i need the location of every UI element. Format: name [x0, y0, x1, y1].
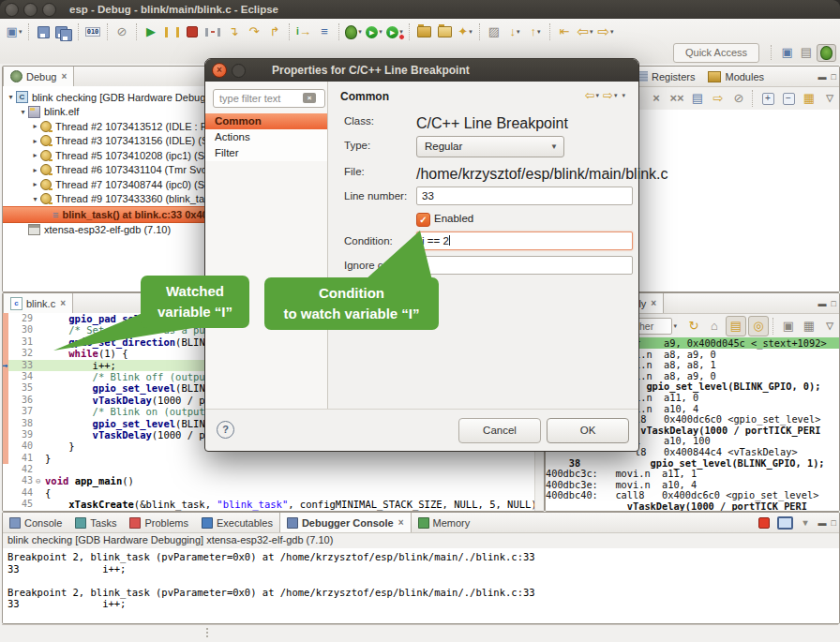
dialog-minimize-button[interactable] [232, 64, 246, 78]
tab-memory[interactable]: Memory [412, 513, 477, 532]
tab-problems[interactable]: Problems [123, 513, 194, 532]
open-resource-icon[interactable] [434, 22, 455, 42]
debug-tree-item[interactable]: xtensa-esp32-elf-gdb (7.10) [3, 223, 205, 238]
dialog-nav-actions[interactable]: Actions [205, 129, 327, 145]
new-view-icon[interactable]: ▣ [779, 317, 798, 336]
tab-console[interactable]: Console [3, 513, 68, 532]
back-arrow-icon[interactable]: ⇦ [585, 88, 595, 102]
debug-tree-item[interactable]: ▸Thread #3 1073413156 (IDLE) (Suspended [3, 134, 205, 149]
close-icon[interactable]: × [398, 517, 404, 528]
ignore-count-input[interactable]: 0 [416, 256, 633, 275]
display-selected-console-icon[interactable] [775, 514, 794, 532]
dialog-nav-filter[interactable]: Filter [205, 145, 327, 161]
minimize-icon[interactable]: ▬ [818, 518, 827, 528]
dialog-close-button[interactable]: × [212, 63, 227, 78]
suspend-icon[interactable] [161, 22, 182, 42]
step-into-icon[interactable]: ↴ [223, 22, 244, 42]
previous-annotation-icon[interactable]: ↑▾ [525, 22, 546, 42]
forward-icon[interactable]: ⇨▾ [595, 22, 616, 42]
link-with-debug-icon[interactable]: ▦ [800, 89, 818, 108]
expander-expanded-icon[interactable]: ▾ [31, 195, 39, 203]
remove-icon[interactable]: × [647, 89, 666, 108]
back-icon[interactable]: ⇦▾ [575, 22, 595, 42]
code-line[interactable]: 44{ [3, 487, 544, 499]
debug-tree-item[interactable]: ▸Thread #7 1073408744 (ipc0) (Suspended [3, 177, 205, 192]
home-icon[interactable]: ⌂ [705, 317, 724, 336]
expander-collapsed-icon[interactable]: ▸ [31, 166, 39, 174]
tab-blink-c[interactable]: c blink.c × [3, 293, 73, 313]
tab-modules[interactable]: Modules [701, 67, 771, 86]
debug-perspective-button[interactable] [817, 44, 836, 62]
view-menu-icon[interactable]: ▾ [622, 92, 625, 99]
close-icon[interactable]: × [61, 71, 67, 82]
resume-icon[interactable]: ▶ [141, 22, 161, 42]
expander-expanded-icon[interactable]: ▾ [7, 93, 15, 101]
minimize-icon[interactable]: ▬ [818, 299, 827, 308]
close-icon[interactable]: × [60, 298, 66, 308]
search-icon[interactable]: ✦▾ [455, 22, 475, 42]
mark-occurrences-icon[interactable]: ▨ [484, 22, 504, 42]
console-menu-icon[interactable]: ▾ [796, 514, 815, 532]
code-line[interactable]: 42 [3, 464, 544, 475]
debug-icon[interactable]: ▾ [343, 22, 364, 42]
tab-tasks[interactable]: Tasks [68, 513, 123, 532]
maximize-icon[interactable]: □ [832, 518, 836, 528]
quick-access-button[interactable]: Quick Access [673, 43, 759, 63]
condition-input[interactable]: i == 2 [416, 231, 633, 250]
line-number-input[interactable]: 33 [416, 187, 633, 205]
ok-button[interactable]: OK [547, 418, 629, 443]
pin-view-icon[interactable]: ▦ [800, 317, 818, 336]
cpp-perspective-button[interactable]: ▤ [798, 45, 815, 60]
refresh-icon[interactable]: ↻ [684, 317, 703, 336]
tab-debug[interactable]: Debug × [3, 67, 74, 86]
view-menu-icon[interactable]: ▽ [820, 317, 839, 336]
code-line[interactable]: 43⊖void app_main() [3, 475, 544, 486]
expander-expanded-icon[interactable]: ▾ [19, 108, 27, 116]
minimize-icon[interactable]: ▬ [818, 72, 827, 82]
expander-collapsed-icon[interactable]: ▸ [31, 137, 39, 145]
console-output[interactable]: Breakpoint 2, blink_task (pvParameter=0x… [3, 548, 839, 623]
debug-tree-item[interactable]: ≡blink_task() at blink.c:33 0x400dbc [3, 206, 205, 223]
collapse-all-icon[interactable]: − [779, 89, 798, 108]
expander-collapsed-icon[interactable]: ▸ [31, 122, 39, 130]
track-expression-icon[interactable]: ◎ [748, 316, 769, 336]
next-annotation-icon[interactable]: ↓▾ [504, 22, 525, 42]
window-maximize-button[interactable] [42, 3, 56, 17]
open-perspective-button[interactable]: ▣ [778, 45, 795, 60]
code-line[interactable]: 41} [3, 453, 544, 464]
chevron-down-icon[interactable]: ▾ [614, 92, 618, 99]
chevron-down-icon[interactable]: ▾ [673, 322, 677, 330]
sash-grip[interactable] [206, 628, 210, 637]
debug-tree-item[interactable]: ▾Cblink checking [GDB Hardware Debugging… [3, 90, 205, 105]
instruction-stepping-icon[interactable]: i→ [293, 22, 314, 42]
view-menu-icon[interactable]: ▽ [820, 89, 839, 108]
show-source-icon[interactable]: ▤ [726, 316, 746, 336]
breakpoint-current-line-icon[interactable]: → [3, 360, 8, 370]
terminate-icon[interactable] [182, 22, 202, 42]
step-over-icon[interactable]: ↷ [244, 22, 264, 42]
dialog-nav-common[interactable]: Common [205, 113, 327, 129]
debug-tree-item[interactable]: ▸Thread #2 1073413512 (IDLE : Running) [3, 119, 205, 134]
disconnect-icon[interactable] [202, 22, 223, 42]
step-return-icon[interactable]: ↱ [264, 22, 285, 42]
remove-all-icon[interactable]: ×× [668, 89, 686, 108]
build-binary-icon[interactable]: 010 [82, 22, 103, 42]
window-minimize-button[interactable] [23, 3, 38, 17]
goto-file-icon[interactable]: ⇨ [709, 89, 728, 108]
fold-marker-icon[interactable]: ⊖ [36, 475, 45, 486]
save-icon[interactable] [33, 22, 53, 42]
debug-tree-item[interactable]: ▾blink.elf [3, 105, 205, 120]
show-bp-for-target-icon[interactable]: ▤ [688, 89, 707, 108]
expander-collapsed-icon[interactable]: ▸ [31, 180, 39, 188]
maximize-icon[interactable]: □ [832, 72, 836, 82]
forward-arrow-icon[interactable]: ⇨ [603, 88, 613, 102]
tab-executables[interactable]: Executables [195, 513, 279, 532]
type-dropdown[interactable]: Regular ▼ [416, 136, 564, 157]
terminate-console-icon[interactable] [755, 514, 773, 532]
use-step-filters-icon[interactable]: ≡ [314, 22, 335, 42]
save-all-icon[interactable] [53, 22, 74, 42]
enabled-checkbox[interactable]: ✓ [416, 213, 430, 227]
skip-all-breakpoints-icon[interactable]: ⊘ [112, 22, 132, 42]
help-button[interactable]: ? [217, 421, 234, 439]
clear-filter-icon[interactable]: × [303, 93, 316, 103]
